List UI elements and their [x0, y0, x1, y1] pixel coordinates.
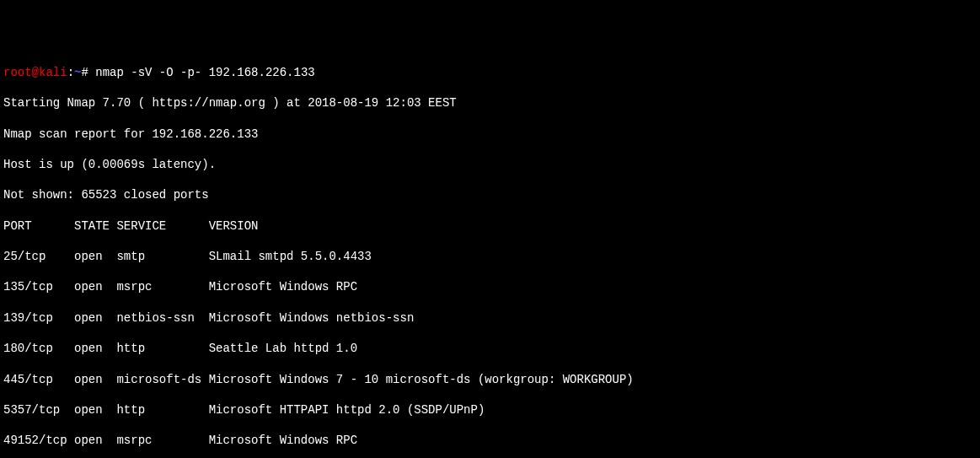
prompt-at: @ [32, 66, 39, 79]
port-row: 25/tcp open smtp SLmail smtpd 5.5.0.4433 [3, 249, 977, 264]
nmap-start-line: Starting Nmap 7.70 ( https://nmap.org ) … [3, 95, 977, 110]
port-row: 139/tcp open netbios-ssn Microsoft Windo… [3, 310, 977, 326]
port-row: 180/tcp open http Seattle Lab httpd 1.0 [3, 341, 977, 356]
prompt-host: kali [39, 66, 67, 79]
host-up-line: Host is up (0.00069s latency). [3, 157, 977, 172]
nmap-report-line: Nmap scan report for 192.168.226.133 [3, 127, 977, 142]
port-row: 49152/tcp open msrpc Microsoft Windows R… [3, 433, 977, 448]
port-row: 135/tcp open msrpc Microsoft Windows RPC [3, 279, 977, 294]
terminal-output: root@kali:~# nmap -sV -O -p- 192.168.226… [3, 50, 977, 458]
port-row: 445/tcp open microsoft-ds Microsoft Wind… [3, 372, 977, 387]
port-row: 5357/tcp open http Microsoft HTTPAPI htt… [3, 402, 977, 418]
port-header-line: PORT STATE SERVICE VERSION [3, 218, 977, 234]
prompt-hash: # [81, 66, 95, 79]
prompt-sep: : [67, 66, 74, 79]
command-text[interactable]: nmap -sV -O -p- 192.168.226.133 [95, 66, 314, 79]
prompt-user: root [3, 66, 32, 79]
not-shown-line: Not shown: 65523 closed ports [3, 187, 977, 202]
prompt-line-1: root@kali:~# nmap -sV -O -p- 192.168.226… [3, 65, 977, 80]
